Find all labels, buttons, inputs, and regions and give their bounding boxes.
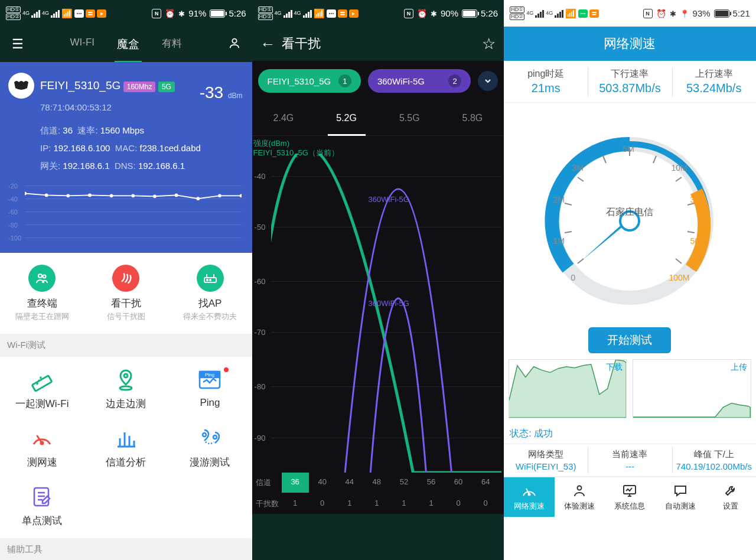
svg-point-6: [131, 194, 135, 197]
band-5.2g[interactable]: 5.2G: [315, 107, 378, 129]
mini-charts: 下载 上传: [504, 353, 756, 424]
svg-line-35: [676, 177, 682, 181]
svg-line-30: [565, 203, 572, 205]
test-tools-grid: 一起测Wi-Fi 边走边测 Ping Ping 测网速 信道分析 漫游测试 单点…: [0, 357, 252, 538]
gauge-icon: [522, 483, 537, 499]
nav-settings[interactable]: 设置: [705, 477, 755, 517]
tool-ping[interactable]: Ping Ping: [168, 367, 252, 411]
nav-auto-test[interactable]: 自动测速: [655, 477, 705, 517]
battery-icon: [714, 9, 729, 18]
svg-line-32: [603, 156, 606, 163]
svg-point-24: [203, 433, 206, 437]
section-aux-tools: 辅助工具: [0, 538, 252, 560]
tab-youliao[interactable]: 有料: [159, 26, 184, 63]
interference-chart: 强度(dBm) FEIYI_5310_5G（当前） -40 -50 -60 -7…: [252, 136, 504, 514]
status-bar: HD①HD② 4G 4G 📶 〓 N 93% 5:21: [504, 0, 756, 27]
svg-line-37: [687, 232, 695, 233]
metrics-row: ping时延 21ms 下行速率 503.87Mb/s 上行速率 53.24Mb…: [504, 61, 756, 103]
band-badge: 5G: [158, 82, 175, 92]
speed-gauge: 0 1M 2M 3M 5M 10M 30M 50M 100M 石家庄电信: [504, 103, 756, 327]
svg-point-10: [218, 194, 221, 197]
rssi-chart: -20-40 -60-80 -100: [8, 183, 244, 248]
band-5.8g[interactable]: 5.8G: [441, 107, 504, 129]
battery-icon: [462, 9, 477, 18]
ping-icon: Ping: [168, 367, 252, 392]
svg-point-41: [578, 486, 582, 490]
svg-point-25: [213, 435, 217, 439]
battery-icon: [210, 9, 225, 18]
page-title: 看干扰: [282, 35, 483, 53]
rssi-value: -33 dBm: [200, 83, 243, 102]
tool-group-wifi[interactable]: 一起测Wi-Fi: [0, 367, 84, 411]
tab-wifi[interactable]: WI-FI: [68, 26, 97, 63]
battery-pct: 91%: [188, 8, 206, 18]
svg-point-3: [66, 194, 70, 197]
bars-icon: [84, 426, 168, 451]
info-current-rate: 当前速率 ---: [588, 444, 672, 476]
tool-speed-test[interactable]: 测网速: [0, 426, 84, 469]
tool-channel-analysis[interactable]: 信道分析: [84, 426, 168, 469]
location-icon: [680, 8, 689, 18]
svg-point-13: [43, 275, 46, 278]
ssid-chip-other[interactable]: 360WiFi-5G 2: [368, 69, 471, 93]
nfc-icon: N: [152, 9, 161, 18]
wave-icon: [112, 265, 139, 292]
tool-interference[interactable]: 看干扰 信号干扰图: [84, 265, 168, 322]
svg-line-29: [565, 232, 572, 233]
tab-mobox[interactable]: 魔盒: [115, 26, 142, 63]
ssid-selector: FEIYI_5310_5G 1 360WiFi-5G 2: [252, 61, 504, 101]
svg-rect-17: [32, 376, 52, 391]
metric-ping: ping时延 21ms: [504, 61, 588, 102]
primary-tools: 查终端 隔壁老王在蹭网 看干扰 信号干扰图 找AP 得来全不费功夫: [0, 253, 252, 334]
tool-check-terminal[interactable]: 查终端 隔壁老王在蹭网: [0, 265, 84, 322]
msg-icon: [578, 9, 588, 18]
ruler-icon: [0, 367, 84, 392]
band-5.5g[interactable]: 5.5G: [378, 107, 441, 129]
wrench-icon: [724, 483, 738, 499]
band-2.4g[interactable]: 2.4G: [252, 107, 315, 129]
channel-axis: 信道 36 40 44 48 52 56 60 64: [252, 473, 504, 493]
svg-point-18: [124, 374, 128, 377]
tool-find-ap[interactable]: 找AP 得来全不费功夫: [168, 265, 252, 322]
people-icon: [28, 265, 56, 292]
info-peak: 峰值 下/上 740.19/102.00Mb/s: [672, 444, 756, 476]
chat-icon: [673, 483, 688, 499]
status-label: 状态: 成功: [504, 424, 756, 444]
page-title: 网络测速: [504, 27, 756, 61]
svg-point-8: [175, 194, 178, 197]
svg-line-38: [676, 259, 682, 263]
ssid-chip-current[interactable]: FEIYI_5310_5G 1: [258, 69, 361, 93]
tool-walk-test[interactable]: 边走边测: [84, 367, 168, 411]
back-button[interactable]: ←: [260, 35, 282, 53]
svg-point-7: [153, 194, 157, 198]
svg-rect-42: [624, 486, 636, 494]
msg-icon: [74, 9, 84, 18]
tool-point-test[interactable]: 单点测试: [0, 484, 84, 528]
nav-system-info[interactable]: 系统信息: [605, 477, 655, 517]
favorite-button[interactable]: ☆: [482, 35, 496, 53]
app-logo-icon: [8, 73, 34, 99]
app-icon: 〓: [86, 9, 95, 18]
start-test-button[interactable]: 开始测试: [588, 327, 671, 353]
interference-row: 干扰数 1 0 1 1 1 1 0 0: [252, 496, 504, 512]
svg-line-28: [578, 259, 584, 263]
info-network-type: 网络类型 WiFi(FEIYI_53): [504, 444, 588, 476]
nav-experience[interactable]: 体验测速: [555, 477, 605, 517]
alarm-icon: [656, 8, 666, 18]
metric-download: 下行速率 503.87Mb/s: [588, 61, 672, 102]
menu-button[interactable]: ☰: [0, 37, 35, 52]
svg-point-11: [240, 194, 242, 197]
tool-roam-test[interactable]: 漫游测试: [168, 426, 252, 469]
nav-speed-test[interactable]: 网络测速: [504, 477, 554, 517]
metric-upload: 上行速率 53.24Mb/s: [672, 61, 756, 102]
svg-point-4: [88, 194, 92, 197]
svg-point-40: [528, 493, 530, 495]
svg-line-34: [653, 156, 656, 163]
person-icon: [572, 483, 586, 499]
page-header: ← 看干扰 ☆: [252, 27, 504, 61]
bluetooth-icon: [670, 8, 676, 18]
phone-wifi-overview: HD①HD② 4G 4G 📶 〓 ▸ N 91% 5:26 ☰ WI-FI 魔盒…: [0, 0, 252, 560]
profile-button[interactable]: [217, 37, 252, 52]
expand-button[interactable]: [478, 71, 498, 91]
roam-icon: [168, 426, 252, 451]
